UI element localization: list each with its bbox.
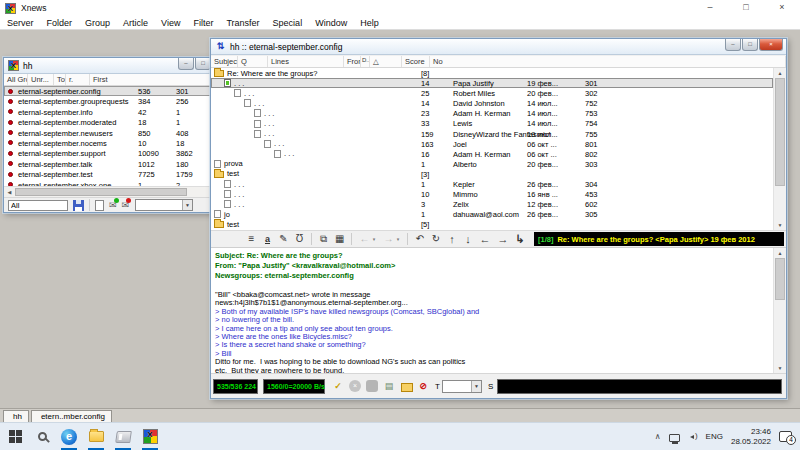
group-selector-combo[interactable]: ▼ xyxy=(135,199,193,211)
column-header[interactable]: First xyxy=(90,74,214,85)
chevron-down-icon[interactable]: ▼ xyxy=(471,381,481,392)
thread-row[interactable]: . . . 159 DisneyWizard the Fantasmic! 19… xyxy=(211,129,773,139)
minimize-icon[interactable]: – xyxy=(725,39,741,51)
scroll-up-icon[interactable]: ▲ xyxy=(774,68,786,78)
thread-row[interactable]: . . . 33 Lewis 14 июл... 754 xyxy=(211,118,773,128)
thread-row[interactable]: . . . 14 Papa Justify 19 фев... 301 xyxy=(211,78,773,88)
tray-expand-icon[interactable]: ∧ xyxy=(655,432,661,441)
forward-icon[interactable]: → xyxy=(383,232,393,246)
eternal-september.support[interactable]: eternal-september.support 10090 3862 xyxy=(4,148,214,158)
stop-icon[interactable]: ⊘ xyxy=(417,380,429,392)
menu-item[interactable]: Help xyxy=(360,18,379,28)
notification-center-icon[interactable]: 4 xyxy=(779,431,792,442)
taskbar-reader-button[interactable] xyxy=(111,423,135,450)
forward-dropdown-icon[interactable]: ▾ xyxy=(395,232,400,246)
menu-item[interactable]: Group xyxy=(85,18,110,28)
next-article-icon[interactable]: ↓ xyxy=(463,232,472,246)
minimize-icon[interactable]: – xyxy=(692,0,728,16)
eternal-september.config[interactable]: eternal-september.config 536 301 xyxy=(4,86,214,96)
start-button[interactable] xyxy=(3,423,27,450)
signature-icon[interactable]: ✎ xyxy=(279,232,288,246)
cancel-task-icon[interactable]: × xyxy=(349,380,361,392)
mail-red-icon[interactable]: ✉ xyxy=(122,200,130,211)
menu-item[interactable]: Window xyxy=(315,18,347,28)
language-indicator[interactable]: ENG xyxy=(706,432,723,441)
scroll-down-icon[interactable]: ▼ xyxy=(774,363,786,373)
menu-item[interactable]: View xyxy=(161,18,180,28)
attachment-icon[interactable]: Ʊ xyxy=(295,232,304,246)
eternal-september.test[interactable]: eternal-september.test 7725 1759 xyxy=(4,169,214,179)
thread-row[interactable]: test [5] xyxy=(211,219,773,229)
compose-note-icon[interactable]: ▤ xyxy=(383,380,395,392)
find-next-icon[interactable]: ↻ xyxy=(431,232,440,246)
thread-row[interactable]: test [3] xyxy=(211,169,773,179)
eternal-september.nocems[interactable]: eternal-september.nocems 10 18 xyxy=(4,138,214,148)
eternal-september.grouprequests[interactable]: eternal-september.grouprequests 384 256 xyxy=(4,96,214,106)
speaker-icon[interactable] xyxy=(688,432,698,442)
thread-row[interactable]: . . . 14 David Johnston 14 июл... 752 xyxy=(211,98,773,108)
menu-item[interactable]: Article xyxy=(123,18,148,28)
menu-item[interactable]: Folder xyxy=(47,18,73,28)
copy-icon[interactable]: ⧉ xyxy=(319,232,328,246)
column-header[interactable]: Score xyxy=(402,56,430,67)
column-header[interactable] xyxy=(782,56,786,67)
thread-list-scrollbar[interactable]: ▲ ▼ xyxy=(773,68,786,230)
column-header[interactable]: From xyxy=(344,56,361,67)
tray-clock[interactable]: 23:46 28.05.2022 xyxy=(731,427,771,446)
thread-row[interactable]: . . . 163 Joel 06 окт ... 801 xyxy=(211,139,773,149)
scroll-left-icon[interactable]: ◀ xyxy=(4,189,15,195)
thread-row[interactable]: . . . 25 Robert Miles 20 фев... 302 xyxy=(211,88,773,98)
image-icon[interactable]: ▦ xyxy=(335,232,344,246)
mdi-tab[interactable]: etern..mber.config xyxy=(31,410,112,422)
undo-icon[interactable]: ↶ xyxy=(415,232,424,246)
back-icon[interactable]: ← xyxy=(359,232,369,246)
thread-row[interactable]: . . . 3 Zelix 12 фев... 602 xyxy=(211,199,773,209)
menu-item[interactable]: Special xyxy=(273,18,303,28)
column-header[interactable]: All Groups xyxy=(4,74,28,85)
taskbar-search-button[interactable] xyxy=(30,423,54,450)
column-header[interactable]: Lines xyxy=(268,56,344,67)
task-combo[interactable]: ▼ xyxy=(442,380,482,393)
thread-row[interactable]: prova 1 Alberto 20 фев... 303 xyxy=(211,159,773,169)
group-filter-input[interactable] xyxy=(8,200,68,211)
thread-row[interactable]: . . . 23 Adam H. Kerman 14 июл... 753 xyxy=(211,108,773,118)
article-body-scrollbar[interactable]: ▲ ▼ xyxy=(773,248,786,373)
font-icon[interactable]: a xyxy=(263,232,272,246)
separator[interactable] xyxy=(311,233,312,245)
close-icon[interactable]: × xyxy=(759,39,783,51)
maximize-icon[interactable]: □ xyxy=(195,58,211,70)
maximize-icon[interactable]: □ xyxy=(728,0,764,16)
groups-horizontal-scrollbar[interactable]: ◀ xyxy=(4,186,214,197)
scroll-up-icon[interactable]: ▲ xyxy=(774,248,786,258)
groups-window-titlebar[interactable]: hh – □ xyxy=(4,58,214,74)
column-header[interactable]: r. xyxy=(66,74,90,85)
scrollbar-thumb[interactable] xyxy=(775,78,785,186)
eternal-september.moderated[interactable]: eternal-september.moderated 18 1 xyxy=(4,117,214,127)
mail-green-icon[interactable]: ✉ xyxy=(109,200,117,211)
menu-item[interactable]: Server xyxy=(7,18,34,28)
thread-row[interactable]: jo 1 dahuawal@aol.com 26 фев... 305 xyxy=(211,209,773,219)
column-header[interactable]: △ xyxy=(370,56,402,67)
eternal-september.newusers[interactable]: eternal-september.newusers 850 408 xyxy=(4,128,214,138)
column-header[interactable]: No xyxy=(430,56,782,67)
scrollbar-thumb[interactable] xyxy=(15,188,187,196)
minimize-icon[interactable]: – xyxy=(178,58,194,70)
back-dropdown-icon[interactable]: ▾ xyxy=(371,232,376,246)
prev-thread-icon[interactable]: ← xyxy=(479,232,490,246)
thread-row[interactable]: Re: Where are the groups? [8] xyxy=(211,68,773,78)
open-folder-icon[interactable] xyxy=(400,380,412,392)
mark-read-icon[interactable]: ✓ xyxy=(332,380,344,392)
close-icon[interactable]: × xyxy=(764,0,800,16)
taskbar-edge-button[interactable]: e xyxy=(57,423,81,450)
column-header[interactable]: Q xyxy=(238,56,268,67)
taskbar-explorer-button[interactable] xyxy=(84,423,108,450)
prev-article-icon[interactable]: ↑ xyxy=(447,232,456,246)
separator[interactable] xyxy=(407,233,408,245)
maximize-icon[interactable]: □ xyxy=(742,39,758,51)
scroll-down-icon[interactable]: ▼ xyxy=(774,220,786,230)
separator[interactable] xyxy=(351,233,352,245)
pause-icon[interactable] xyxy=(366,380,378,392)
thread-headers-icon[interactable]: ≡ xyxy=(247,232,256,246)
taskbar-xnews-button[interactable] xyxy=(138,423,162,450)
thread-row[interactable]: . . . 1 Kepler 26 фев... 304 xyxy=(211,179,773,189)
